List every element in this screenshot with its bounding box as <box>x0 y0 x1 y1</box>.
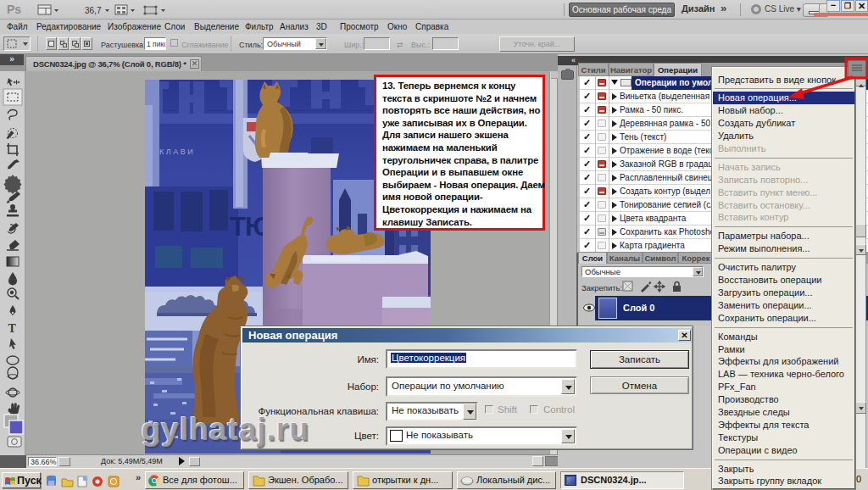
svg-text:36,7: 36,7 <box>85 6 102 15</box>
svg-text:КЛАВИ: КЛАВИ <box>159 148 195 156</box>
svg-text:T: T <box>8 322 17 335</box>
